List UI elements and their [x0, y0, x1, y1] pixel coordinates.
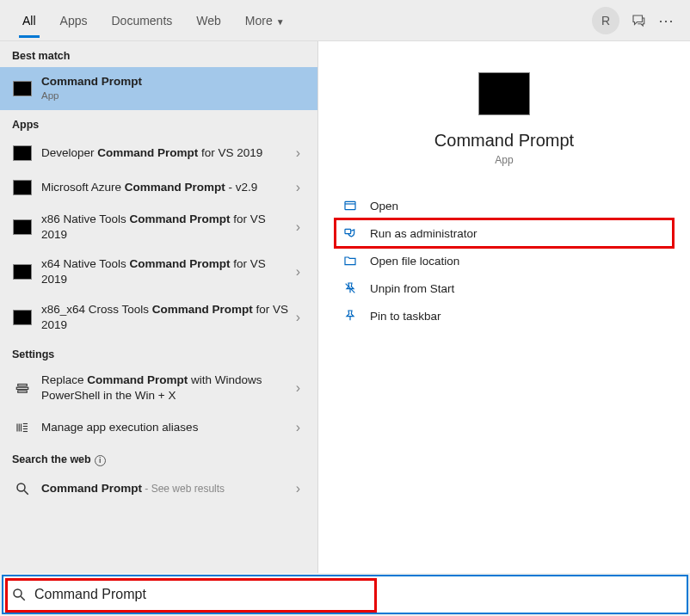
- tab-apps[interactable]: Apps: [48, 3, 100, 38]
- best-match-result[interactable]: Command Prompt App: [0, 67, 317, 110]
- chevron-right-icon: ›: [291, 145, 305, 161]
- chevron-down-icon: ▼: [276, 17, 285, 27]
- svg-point-10: [17, 484, 25, 491]
- section-best-match: Best match: [0, 41, 317, 67]
- action-unpin-from-start[interactable]: Unpin from Start: [336, 274, 673, 302]
- svg-rect-2: [18, 391, 28, 392]
- info-icon: i: [95, 455, 106, 466]
- chevron-right-icon: ›: [291, 420, 305, 435]
- results-panel: Best match Command Prompt App Apps Devel…: [0, 41, 318, 573]
- cmd-icon: [12, 78, 33, 99]
- svg-rect-12: [345, 201, 355, 209]
- app-result[interactable]: x86 Native Tools Command Prompt for VS 2…: [0, 205, 317, 249]
- section-web: Search the webi: [0, 445, 317, 471]
- chevron-right-icon: ›: [291, 380, 305, 396]
- chevron-right-icon: ›: [291, 219, 305, 235]
- tab-web[interactable]: Web: [184, 3, 233, 38]
- chevron-right-icon: ›: [291, 180, 305, 195]
- svg-rect-0: [18, 385, 28, 386]
- filter-tabs: All Apps Documents Web More▼ R ⋯: [0, 0, 690, 41]
- result-icon: [12, 307, 33, 328]
- action-open[interactable]: Open: [336, 192, 673, 219]
- search-input[interactable]: [34, 587, 687, 602]
- section-settings: Settings: [0, 340, 317, 366]
- folder-icon: [341, 254, 360, 268]
- preview-title: Command Prompt: [434, 131, 574, 151]
- user-avatar[interactable]: R: [592, 7, 619, 34]
- action-open-file-location[interactable]: Open file location: [336, 247, 673, 274]
- settings-result[interactable]: Manage app execution aliases›: [0, 410, 317, 445]
- tab-more[interactable]: More▼: [233, 3, 297, 38]
- result-icon: [12, 378, 33, 398]
- app-result[interactable]: Developer Command Prompt for VS 2019›: [0, 136, 317, 170]
- unpin-icon: [341, 281, 360, 295]
- tab-all[interactable]: All: [10, 3, 48, 38]
- result-icon: [12, 262, 33, 282]
- svg-point-15: [14, 589, 22, 597]
- app-result[interactable]: x64 Native Tools Command Prompt for VS 2…: [0, 249, 317, 294]
- preview-panel: Command Prompt App Open Run as administr…: [318, 41, 690, 573]
- svg-line-11: [24, 491, 28, 496]
- search-icon: [12, 478, 33, 499]
- chevron-right-icon: ›: [291, 481, 305, 496]
- svg-line-16: [21, 596, 25, 601]
- action-run-as-administrator[interactable]: Run as administrator: [336, 219, 673, 247]
- search-icon: [3, 587, 34, 602]
- more-options-icon[interactable]: ⋯: [652, 7, 680, 34]
- result-icon: [12, 177, 33, 198]
- section-apps: Apps: [0, 110, 317, 136]
- preview-app-icon: [478, 72, 530, 115]
- web-result[interactable]: Command Prompt - See web results ›: [0, 471, 317, 506]
- svg-rect-13: [345, 229, 351, 233]
- pin-icon: [341, 309, 360, 323]
- preview-subtitle: App: [495, 154, 513, 166]
- app-result[interactable]: Microsoft Azure Command Prompt - v2.9›: [0, 170, 317, 205]
- result-icon: [12, 143, 33, 163]
- settings-result[interactable]: Replace Command Prompt with Windows Powe…: [0, 366, 317, 410]
- feedback-icon[interactable]: [625, 7, 652, 34]
- chevron-right-icon: ›: [291, 264, 305, 280]
- tab-documents[interactable]: Documents: [99, 3, 184, 38]
- result-icon: [12, 217, 33, 237]
- search-bar[interactable]: [2, 575, 688, 614]
- open-icon: [341, 199, 360, 213]
- app-result[interactable]: x86_x64 Cross Tools Command Prompt for V…: [0, 295, 317, 340]
- result-icon: [12, 417, 33, 438]
- action-pin-to-taskbar[interactable]: Pin to taskbar: [336, 302, 673, 330]
- chevron-right-icon: ›: [291, 310, 305, 325]
- shield-icon: [341, 226, 360, 240]
- svg-rect-1: [16, 388, 28, 390]
